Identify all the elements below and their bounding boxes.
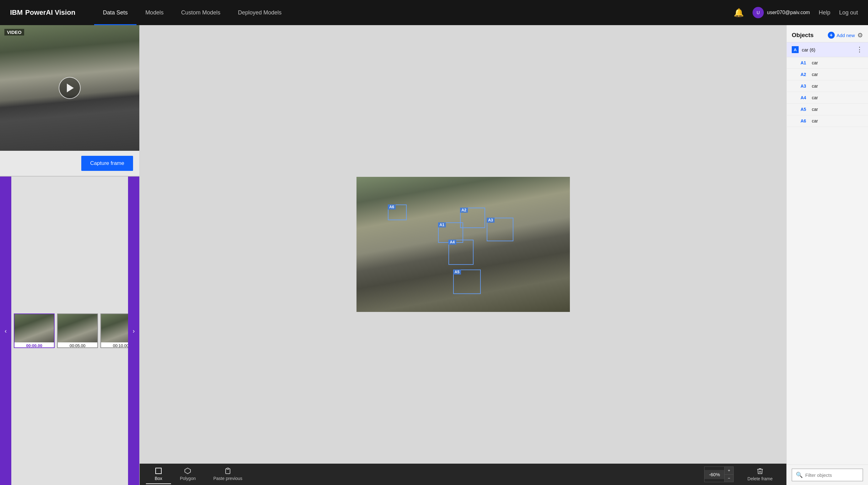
- main-layout: VIDEO Capture frame ‹ 00:00.00 00:05.00 …: [0, 25, 868, 485]
- object-id-A6: A6: [801, 118, 812, 123]
- category-name: car (6): [802, 47, 856, 53]
- object-item-A1[interactable]: A1 car: [787, 57, 868, 69]
- object-id-A4: A4: [801, 95, 812, 100]
- annotation-box-A4[interactable]: A4: [448, 240, 473, 265]
- avatar: U: [752, 7, 764, 18]
- object-item-A2[interactable]: A2 car: [787, 69, 868, 80]
- center-panel: A6 A1 A2 A3 A4 A5: [140, 25, 786, 485]
- road-scene: [0, 25, 140, 151]
- svg-rect-0: [156, 468, 161, 474]
- logout-link[interactable]: Log out: [839, 9, 858, 16]
- filmstrip-next[interactable]: ›: [128, 176, 140, 485]
- object-item-A6[interactable]: A6 car: [787, 115, 868, 127]
- svg-rect-2: [227, 468, 229, 469]
- object-item-A3[interactable]: A3 car: [787, 80, 868, 92]
- brand-logo: IBM PowerAI Vision: [10, 8, 75, 17]
- user-email: user070@paiv.com: [767, 10, 810, 16]
- thumb-time-0: 00:00.00: [14, 342, 54, 348]
- filmstrip-prev[interactable]: ‹: [0, 176, 11, 485]
- annotation-label-A4: A4: [448, 240, 456, 245]
- objects-header: Objects + Add new ⚙: [787, 25, 868, 42]
- object-category-A[interactable]: A car (6) ⋮: [787, 42, 868, 57]
- nav-datasets[interactable]: Data Sets: [94, 0, 136, 25]
- capture-frame-button[interactable]: Capture frame: [81, 156, 133, 171]
- object-label-A2: car: [812, 72, 818, 77]
- filter-objects-input[interactable]: [805, 473, 865, 478]
- nav-models[interactable]: Models: [136, 0, 172, 25]
- right-panel: Objects + Add new ⚙ A car (6) ⋮ A1 car A…: [786, 25, 868, 485]
- annotation-area: A6 A1 A2 A3 A4 A5: [140, 25, 786, 464]
- delete-frame-button[interactable]: Delete frame: [740, 465, 780, 484]
- polygon-tool-icon: [184, 467, 191, 475]
- object-label-A3: car: [812, 84, 818, 89]
- search-icon: 🔍: [796, 472, 803, 478]
- annotation-label-A5: A5: [453, 269, 461, 275]
- navbar: IBM PowerAI Vision Data Sets Models Cust…: [0, 0, 868, 25]
- play-icon: [67, 84, 74, 92]
- tool-box[interactable]: Box: [146, 464, 171, 484]
- category-menu-icon[interactable]: ⋮: [856, 46, 863, 54]
- object-id-A2: A2: [801, 72, 812, 77]
- object-label-A5: car: [812, 107, 818, 112]
- settings-icon[interactable]: ⚙: [857, 31, 863, 39]
- filmstrip-item-1[interactable]: 00:05.00: [57, 313, 98, 348]
- annotation-canvas: A6 A1 A2 A3 A4 A5: [356, 177, 570, 312]
- help-link[interactable]: Help: [819, 9, 830, 16]
- filmstrip: ‹ 00:00.00 00:05.00 00:10.00 00:15.00: [0, 176, 140, 485]
- thumb-bg-0: [14, 314, 54, 342]
- nav-items: Data Sets Models Custom Models Deployed …: [94, 0, 290, 25]
- user-info: U user070@paiv.com: [752, 7, 810, 18]
- zoom-control: -60% + −: [704, 466, 734, 482]
- add-new-icon: +: [828, 32, 835, 39]
- annotation-box-A3[interactable]: A3: [487, 218, 514, 241]
- tool-polygon[interactable]: Polygon: [171, 464, 205, 484]
- object-label-A6: car: [812, 118, 818, 123]
- svg-marker-1: [185, 468, 190, 474]
- filmstrip-item-2[interactable]: 00:10.00: [100, 313, 128, 348]
- annotation-label-A2: A2: [460, 208, 468, 213]
- zoom-out-button[interactable]: −: [724, 475, 733, 482]
- paste-tool-icon: [224, 467, 231, 475]
- capture-bar: Capture frame: [0, 151, 140, 176]
- play-button[interactable]: [59, 77, 81, 99]
- video-preview: VIDEO: [0, 25, 140, 151]
- add-new-button[interactable]: + Add new: [828, 32, 855, 39]
- annotation-box-A2[interactable]: A2: [460, 208, 485, 228]
- object-item-A5[interactable]: A5 car: [787, 104, 868, 115]
- tool-paste[interactable]: Paste previous: [205, 464, 251, 484]
- nav-deployed-models[interactable]: Deployed Models: [229, 0, 290, 25]
- video-label: VIDEO: [4, 29, 24, 35]
- nav-custom-models[interactable]: Custom Models: [172, 0, 229, 25]
- annotation-label-A1: A1: [438, 222, 446, 227]
- zoom-in-button[interactable]: +: [724, 467, 733, 475]
- object-label-A4: car: [812, 95, 818, 100]
- objects-title: Objects: [792, 32, 825, 39]
- object-id-A1: A1: [801, 60, 812, 65]
- filter-input-wrap: 🔍: [792, 469, 863, 481]
- object-label-A1: car: [812, 60, 818, 65]
- annotation-box-A6[interactable]: A6: [388, 204, 407, 220]
- filmstrip-item-0[interactable]: 00:00.00: [14, 313, 55, 348]
- annotation-label-A3: A3: [487, 218, 495, 223]
- brand-ibm: IBM: [10, 8, 23, 17]
- annotation-box-A5[interactable]: A5: [453, 269, 481, 294]
- zoom-value: -60%: [705, 470, 724, 479]
- category-letter: A: [792, 46, 799, 53]
- brand-product: PowerAI Vision: [25, 8, 75, 17]
- bell-icon[interactable]: 🔔: [734, 8, 744, 18]
- thumb-bg-1: [58, 314, 97, 342]
- thumb-time-2: 00:10.00: [101, 342, 128, 348]
- delete-icon: [756, 467, 764, 475]
- toolbar: Box Polygon Paste previous -60% +: [140, 464, 786, 485]
- object-item-A4[interactable]: A4 car: [787, 92, 868, 104]
- zoom-buttons: + −: [724, 467, 733, 482]
- box-tool-icon: [155, 467, 162, 475]
- object-id-A5: A5: [801, 107, 812, 112]
- object-id-A3: A3: [801, 84, 812, 89]
- annotation-label-A6: A6: [388, 204, 396, 209]
- filmstrip-items: 00:00.00 00:05.00 00:10.00 00:15.00 00:2…: [11, 310, 128, 351]
- thumb-time-1: 00:05.00: [58, 342, 97, 348]
- left-panel: VIDEO Capture frame ‹ 00:00.00 00:05.00 …: [0, 25, 140, 485]
- filter-area: 🔍: [787, 464, 868, 485]
- thumb-bg-2: [101, 314, 128, 342]
